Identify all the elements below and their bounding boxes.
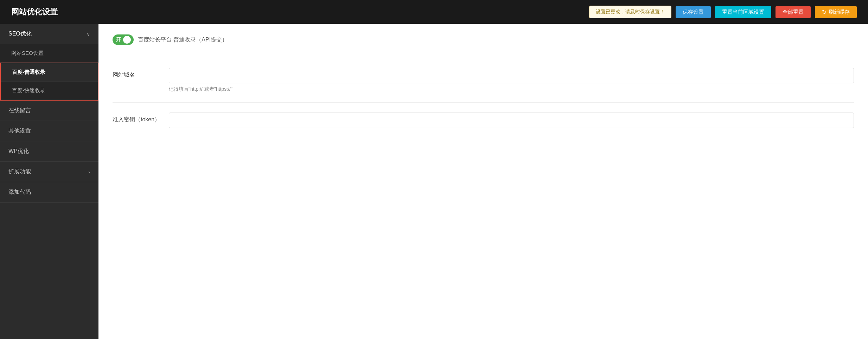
sidebar-item-message-label: 在线留言 (8, 107, 31, 114)
toggle-on-label: 开 (116, 37, 121, 43)
save-button[interactable]: 保存设置 (676, 6, 711, 18)
sidebar-item-baidu-fast[interactable]: 百度-快速收录 (1, 82, 98, 100)
toggle-circle (123, 36, 131, 44)
page-title: 网站优化设置 (11, 7, 58, 17)
sidebar-selected-group: 百度-普通收录 百度-快速收录 (0, 63, 98, 101)
domain-field-wrap: 记得填写"http://"或者"https://" (169, 68, 854, 92)
sidebar-item-addcode[interactable]: 添加代码 (0, 182, 98, 203)
toggle-description: 百度站长平台-普通收录（API提交） (138, 36, 228, 44)
main-content: 开 百度站长平台-普通收录（API提交） 网站域名 记得填写"http://"或… (98, 24, 868, 339)
chevron-down-icon: ∨ (87, 31, 90, 37)
token-field-wrap (169, 113, 854, 128)
toggle-row: 开 百度站长平台-普通收录（API提交） (113, 34, 854, 45)
sidebar-item-other-label: 其他设置 (8, 127, 31, 135)
divider-1 (113, 58, 854, 58)
layout: SEO优化 ∨ 网站SEO设置 百度-普通收录 百度-快速收录 在线留言 其他设… (0, 24, 868, 339)
header-notice: 设置已更改，请及时保存设置！ (589, 6, 671, 18)
sidebar-item-message[interactable]: 在线留言 (0, 101, 98, 121)
reset-all-button[interactable]: 全部重置 (776, 6, 811, 18)
sidebar-item-seo-settings[interactable]: 网站SEO设置 (0, 44, 98, 63)
sidebar: SEO优化 ∨ 网站SEO设置 百度-普通收录 百度-快速收录 在线留言 其他设… (0, 24, 98, 339)
sidebar-item-seo-label: SEO优化 (8, 30, 32, 38)
header-actions: 设置已更改，请及时保存设置！ 保存设置 重置当前区域设置 全部重置 ↻ 刷新缓存 (589, 6, 857, 18)
token-input[interactable] (169, 113, 854, 128)
refresh-icon: ↻ (822, 9, 826, 15)
token-label: 准入密钥（token） (113, 113, 169, 123)
form-row-domain: 网站域名 记得填写"http://"或者"https://" (113, 68, 854, 92)
header: 网站优化设置 设置已更改，请及时保存设置！ 保存设置 重置当前区域设置 全部重置… (0, 0, 868, 24)
form-row-token: 准入密钥（token） (113, 113, 854, 128)
sidebar-item-extend-label: 扩展功能 (8, 168, 31, 175)
sidebar-item-baidu-normal[interactable]: 百度-普通收录 (1, 63, 98, 82)
divider-2 (113, 102, 854, 103)
domain-input[interactable] (169, 68, 854, 83)
domain-label: 网站域名 (113, 68, 169, 79)
sidebar-item-other[interactable]: 其他设置 (0, 121, 98, 141)
sidebar-item-addcode-label: 添加代码 (8, 188, 31, 196)
sidebar-item-seo[interactable]: SEO优化 ∨ (0, 24, 98, 44)
chevron-right-icon: › (88, 169, 90, 175)
refresh-cache-button[interactable]: ↻ 刷新缓存 (815, 6, 857, 18)
sidebar-seo-submenu: 网站SEO设置 百度-普通收录 百度-快速收录 (0, 44, 98, 101)
sidebar-item-wp-label: WP优化 (8, 148, 29, 155)
sidebar-item-wp[interactable]: WP优化 (0, 141, 98, 162)
toggle-switch[interactable]: 开 (113, 34, 134, 45)
domain-hint: 记得填写"http://"或者"https://" (169, 86, 854, 92)
reset-current-button[interactable]: 重置当前区域设置 (715, 6, 771, 18)
sidebar-item-extend[interactable]: 扩展功能 › (0, 162, 98, 182)
